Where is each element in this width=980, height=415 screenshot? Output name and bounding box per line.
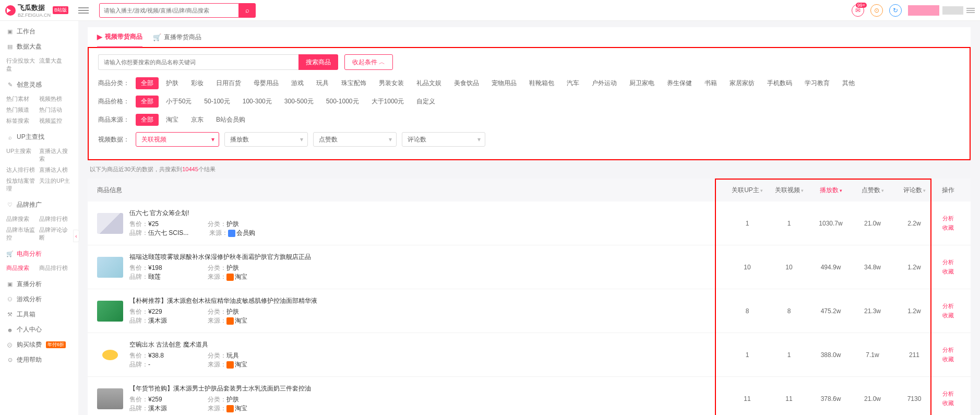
sidebar-sub-2-2[interactable]: 热门频道 xyxy=(6,104,39,115)
fav-link[interactable]: 收藏 xyxy=(935,311,961,321)
fav-link[interactable]: 收藏 xyxy=(935,267,961,277)
analyze-link[interactable]: 分析 xyxy=(935,302,961,311)
filter-tag-0-2[interactable]: 彩妆 xyxy=(186,77,209,89)
analyze-link[interactable]: 分析 xyxy=(935,389,961,399)
message-icon[interactable]: ✉99+ xyxy=(852,4,864,17)
filter-tag-1-6[interactable]: 大于1000元 xyxy=(366,96,410,108)
filter-tag-0-1[interactable]: 护肤 xyxy=(161,77,184,89)
col-up[interactable]: 关联UP主▾ xyxy=(726,186,768,195)
top-search-button[interactable]: ⌕ xyxy=(239,3,256,18)
fav-link[interactable]: 收藏 xyxy=(935,399,961,408)
tab-1[interactable]: 🛒直播带货商品 xyxy=(153,32,201,48)
filter-tag-0-7[interactable]: 珠宝配饰 xyxy=(336,77,372,89)
logo[interactable]: 飞瓜数据 BZ.FEIGUA.CN B站版 xyxy=(5,3,73,18)
sidebar-item-8[interactable]: ⚒工具箱 xyxy=(0,307,78,322)
analyze-link[interactable]: 分析 xyxy=(935,346,961,355)
sidebar-sub-5-0[interactable]: 商品搜索 xyxy=(6,263,39,274)
filter-tag-1-5[interactable]: 500-1000元 xyxy=(321,96,364,108)
filter-tag-0-18[interactable]: 家居家纺 xyxy=(724,77,760,89)
product-title[interactable]: 【年货节抢购】溪木源男士护肤品套装男士水乳洗面奶三件套控油 xyxy=(129,384,726,393)
sidebar-sub-3-2[interactable]: 达人排行榜 xyxy=(6,164,39,175)
filter-tag-1-7[interactable]: 自定义 xyxy=(411,96,440,108)
filter-tag-0-17[interactable]: 书籍 xyxy=(699,77,722,89)
sidebar-collapse-button[interactable]: ‹ xyxy=(73,230,79,242)
sidebar-item-2[interactable]: ✎创意灵感 xyxy=(0,77,78,92)
sidebar-sub-3-0[interactable]: UP主搜索 xyxy=(6,146,39,164)
user-menu-icon[interactable] xyxy=(966,8,975,13)
filter-tag-0-8[interactable]: 男装女装 xyxy=(374,77,409,89)
filter-tag-2-0[interactable]: 全部 xyxy=(136,114,159,126)
filter-tag-0-12[interactable]: 鞋靴箱包 xyxy=(524,77,559,89)
sidebar-item-3[interactable]: ⌕UP主查找 xyxy=(0,129,78,145)
product-search-input[interactable] xyxy=(98,54,298,70)
analyze-link[interactable]: 分析 xyxy=(935,214,961,223)
sidebar-item-7[interactable]: ⚇游戏分析 xyxy=(0,292,78,307)
sidebar-sub-3-3[interactable]: 直播达人榜 xyxy=(39,164,72,175)
sidebar-sub-1-0[interactable]: 行业投放大盘 xyxy=(6,55,39,74)
filter-select-2[interactable]: 点赞数 xyxy=(313,132,397,147)
filter-tag-0-13[interactable]: 汽车 xyxy=(561,77,584,89)
product-thumb[interactable] xyxy=(97,213,123,234)
sidebar-item-4[interactable]: ♡品牌推广 xyxy=(0,197,78,212)
calendar-icon[interactable]: ⊙ xyxy=(870,4,883,17)
filter-tag-1-4[interactable]: 300-500元 xyxy=(279,96,319,108)
product-title[interactable]: 福瑞达颐莲喷雾玻尿酸补水保湿修护秋冬面霜护肤官方旗舰店正品 xyxy=(129,253,726,262)
product-thumb[interactable] xyxy=(97,388,123,409)
filter-tag-1-1[interactable]: 小于50元 xyxy=(161,96,197,108)
sidebar-sub-5-1[interactable]: 商品排行榜 xyxy=(39,263,72,274)
filter-select-1[interactable]: 播放数 xyxy=(224,132,308,147)
filter-tag-0-0[interactable]: 全部 xyxy=(136,77,159,89)
sidebar-sub-2-3[interactable]: 热门活动 xyxy=(39,104,72,115)
filter-tag-2-3[interactable]: B站会员购 xyxy=(211,114,250,126)
tab-0[interactable]: ▶视频带货商品 xyxy=(97,32,142,48)
filter-tag-0-9[interactable]: 礼品文娱 xyxy=(411,77,447,89)
col-cmt[interactable]: 评论数▾ xyxy=(893,186,935,195)
product-thumb[interactable] xyxy=(97,301,123,322)
filter-tag-0-14[interactable]: 户外运动 xyxy=(587,77,622,89)
product-search-button[interactable]: 搜索商品 xyxy=(298,54,338,70)
collapse-filters-button[interactable]: 收起条件 ︿ xyxy=(344,54,393,70)
sidebar-sub-2-1[interactable]: 视频热榜 xyxy=(39,93,72,104)
product-title[interactable]: 空碗出水 古法创意 魔术道具 xyxy=(129,340,726,349)
sidebar-sub-3-4[interactable]: 投放结案管理 xyxy=(6,175,39,194)
sidebar-sub-4-0[interactable]: 品牌搜索 xyxy=(6,214,39,224)
filter-tag-0-6[interactable]: 玩具 xyxy=(311,77,334,89)
sidebar-sub-3-1[interactable]: 直播达人搜索 xyxy=(39,146,72,164)
col-like[interactable]: 点赞数▾ xyxy=(852,186,893,195)
filter-tag-0-19[interactable]: 手机数码 xyxy=(762,77,797,89)
fav-link[interactable]: 收藏 xyxy=(935,355,961,364)
filter-select-0[interactable]: 关联视频 xyxy=(136,132,219,147)
filter-tag-0-21[interactable]: 其他 xyxy=(837,77,860,89)
sidebar-item-1[interactable]: ▤数据大盘 xyxy=(0,39,78,54)
filter-tag-1-2[interactable]: 50-100元 xyxy=(199,96,235,108)
filter-tag-0-11[interactable]: 宠物用品 xyxy=(486,77,522,89)
filter-tag-0-20[interactable]: 学习教育 xyxy=(799,77,835,89)
filter-tag-1-3[interactable]: 100-300元 xyxy=(237,96,277,108)
col-vid[interactable]: 关联视频▾ xyxy=(768,186,810,195)
filter-tag-2-1[interactable]: 淘宝 xyxy=(161,114,184,126)
sidebar-sub-3-5[interactable]: 关注的UP主 xyxy=(39,175,72,194)
sidebar-sub-4-1[interactable]: 品牌排行榜 xyxy=(39,214,72,224)
sidebar-sub-4-2[interactable]: 品牌市场监控 xyxy=(6,224,39,243)
product-title[interactable]: 伍六七 官方众筹企划! xyxy=(129,209,726,218)
sidebar-item-5[interactable]: 🛒电商分析 xyxy=(0,246,78,262)
filter-tag-0-15[interactable]: 厨卫家电 xyxy=(624,77,660,89)
sidebar-sub-2-5[interactable]: 视频监控 xyxy=(39,115,72,126)
filter-tag-0-16[interactable]: 养生保健 xyxy=(662,77,697,89)
sidebar-item-10[interactable]: ⛒购买续费年付6折 xyxy=(0,337,78,352)
filter-tag-0-4[interactable]: 母婴用品 xyxy=(248,77,284,89)
top-search-input[interactable] xyxy=(99,3,239,18)
sidebar-sub-1-1[interactable]: 流量大盘 xyxy=(39,55,72,74)
product-title[interactable]: 【朴树推荐】溪木源愈创木祛痘精华油皮敏感肌修护控油面部精华液 xyxy=(129,297,726,305)
col-play[interactable]: 播放数▾ xyxy=(810,186,852,195)
sidebar-item-6[interactable]: ▣直播分析 xyxy=(0,277,78,292)
filter-tag-0-3[interactable]: 日用百货 xyxy=(211,77,246,89)
filter-tag-0-10[interactable]: 美食饮品 xyxy=(449,77,484,89)
filter-tag-1-0[interactable]: 全部 xyxy=(136,96,159,108)
menu-toggle-icon[interactable] xyxy=(78,7,89,14)
user-block[interactable] xyxy=(908,5,975,16)
filter-select-3[interactable]: 评论数 xyxy=(402,132,485,147)
filter-tag-2-2[interactable]: 京东 xyxy=(186,114,209,126)
refresh-icon[interactable]: ↻ xyxy=(889,4,902,17)
fav-link[interactable]: 收藏 xyxy=(935,223,961,233)
